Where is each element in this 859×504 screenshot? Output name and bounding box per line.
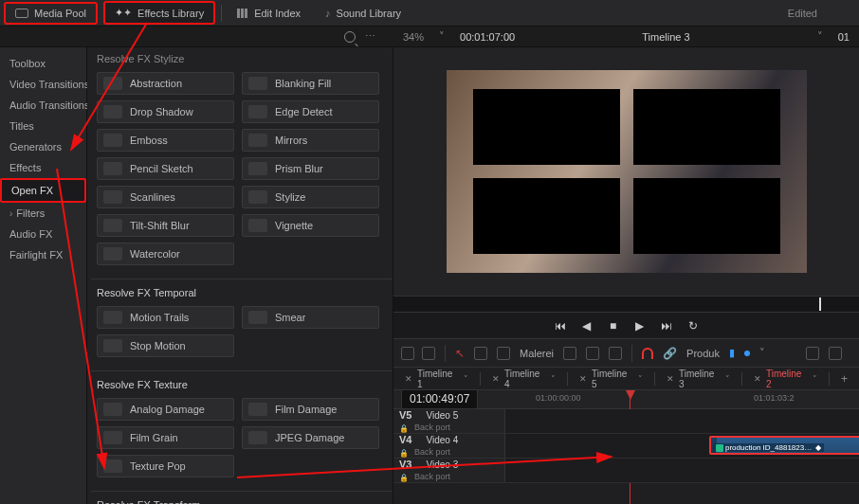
chevron-down-icon[interactable]: ˅ (759, 347, 765, 359)
view-icon[interactable] (401, 347, 414, 360)
first-frame-button[interactable]: ⏮ (554, 319, 567, 333)
link-icon[interactable]: 🔗 (663, 347, 677, 360)
fx-smear[interactable]: Smear (242, 306, 379, 329)
fx-jpeg-damage[interactable]: JPEG Damage (242, 426, 379, 449)
tool-icon[interactable] (806, 347, 819, 360)
tool-icon[interactable] (829, 347, 842, 360)
lock-icon[interactable] (399, 422, 409, 433)
lock-icon[interactable] (399, 471, 409, 482)
fx-prism-blur[interactable]: Prism Blur (242, 157, 379, 180)
toolbar-label: Malerei (520, 348, 554, 359)
close-icon[interactable]: ✕ (579, 374, 587, 384)
track-header[interactable]: V5 Video 5 Back port (393, 409, 505, 433)
blade-tool-icon[interactable] (497, 347, 510, 360)
overwrite-icon[interactable] (586, 347, 599, 360)
chevron-down-icon[interactable]: ˅ (817, 30, 823, 43)
fx-edge-detect[interactable]: Edge Detect (242, 100, 379, 123)
loop-button[interactable]: ↻ (686, 319, 700, 333)
tab-media-pool[interactable]: Media Pool (4, 2, 98, 25)
flag-icon[interactable]: ▮ (729, 347, 735, 359)
fx-stylize[interactable]: Stylize (242, 186, 379, 208)
replace-icon[interactable] (609, 347, 622, 360)
keyframe-icon[interactable]: ◆ (815, 443, 821, 452)
close-icon[interactable]: ✕ (667, 374, 674, 384)
next-frame-button[interactable]: ⏭ (660, 319, 673, 333)
prev-frame-button[interactable]: ◀ (580, 319, 594, 333)
fx-blanking-fill[interactable]: Blanking Fill (242, 72, 379, 95)
track-body[interactable]: production ID_4881823…◆ (505, 434, 859, 458)
timeline-ruler[interactable]: 01:00:49:07 01:00:00:00 01:01:03:2 (393, 390, 859, 409)
fx-film-grain[interactable]: Film Grain (97, 426, 234, 449)
chevron-down-icon[interactable]: ˅ (638, 374, 643, 384)
fx-film-damage[interactable]: Film Damage (242, 398, 379, 421)
fx-pencil-sketch[interactable]: Pencil Sketch (97, 157, 234, 180)
sidebar-item-video-transitions[interactable]: Video Transitions (0, 74, 86, 95)
fx-analog-damage[interactable]: Analog Damage (97, 398, 234, 421)
sidebar-item-titles[interactable]: Titles (0, 116, 86, 136)
close-icon[interactable]: ✕ (405, 374, 412, 384)
sidebar-item-open-fx[interactable]: Open FX (0, 178, 86, 203)
lock-icon[interactable] (399, 446, 409, 458)
divider (741, 372, 742, 386)
sidebar-item-effects[interactable]: Effects (0, 157, 86, 178)
track-body[interactable] (505, 459, 859, 482)
chevron-down-icon[interactable]: ˅ (439, 30, 445, 43)
more-icon[interactable]: ⋯ (365, 30, 376, 43)
sidebar-item-audio-fx[interactable]: Audio FX (0, 224, 86, 244)
fx-tilt-shift-blur[interactable]: Tilt-Shift Blur (97, 214, 234, 237)
track-header[interactable]: V3 Video 3 Back port (393, 459, 505, 482)
tab-edit-index[interactable]: Edit Index (228, 4, 310, 23)
tab-timeline-5[interactable]: ✕Timeline 5˅ (574, 366, 649, 392)
sidebar-item-filters[interactable]: Filters (0, 203, 86, 224)
close-icon[interactable]: ✕ (492, 374, 500, 384)
fx-texture-pop[interactable]: Texture Pop (97, 455, 234, 477)
marker-icon[interactable] (744, 351, 750, 356)
fx-vignette[interactable]: Vignette (242, 214, 379, 237)
search-icon[interactable] (344, 31, 356, 43)
add-tab-button[interactable]: + (835, 372, 853, 386)
fx-watercolor[interactable]: Watercolor (97, 243, 234, 265)
fx-scanlines[interactable]: Scanlines (97, 186, 234, 208)
sidebar-item-generators[interactable]: Generators (0, 136, 86, 157)
viewer-title[interactable]: Timeline 3 (530, 31, 802, 43)
play-button[interactable]: ▶ (633, 319, 647, 333)
view-icon[interactable] (422, 347, 435, 360)
chevron-down-icon[interactable]: ˅ (551, 374, 556, 384)
playhead-icon[interactable] (819, 297, 821, 311)
video-clip[interactable]: production ID_4881823…◆ (709, 436, 859, 455)
close-icon[interactable]: ✕ (754, 374, 761, 384)
fx-motion-trails[interactable]: Motion Trails (97, 306, 234, 329)
zoom-level[interactable]: 34% (403, 31, 424, 43)
fx-abstraction[interactable]: Abstraction (97, 72, 234, 95)
tracks: V5 Video 5 Back port V4 Video 4 Back por… (393, 409, 859, 483)
tab-sound-library[interactable]: ♪ Sound Library (316, 4, 411, 23)
chevron-down-icon[interactable]: ˅ (725, 374, 730, 384)
chevron-down-icon[interactable]: ˅ (813, 374, 817, 384)
tab-timeline-4[interactable]: ✕Timeline 4˅ (486, 366, 561, 392)
playhead-icon[interactable] (626, 390, 635, 400)
sidebar-item-toolbox[interactable]: Toolbox (0, 53, 86, 74)
fx-emboss[interactable]: Emboss (97, 129, 234, 152)
sidebar-item-fairlight-fx[interactable]: Fairlight FX (0, 244, 86, 265)
sidebar-item-audio-transitions[interactable]: Audio Transitions (0, 95, 86, 116)
tab-timeline-2[interactable]: ✕Timeline 2˅ (748, 366, 823, 392)
snap-icon[interactable] (642, 348, 653, 359)
fx-drop-shadow[interactable]: Drop Shadow (97, 100, 234, 123)
selection-tool-icon[interactable]: ↖ (455, 347, 465, 360)
tab-effects-library[interactable]: ✦ Effects Library (103, 1, 215, 25)
insert-icon[interactable] (563, 347, 576, 360)
trim-tool-icon[interactable] (474, 347, 487, 360)
stop-button[interactable]: ■ (607, 319, 620, 333)
track-body[interactable] (505, 409, 859, 433)
fx-thumb-icon (103, 77, 122, 90)
fx-mirrors[interactable]: Mirrors (242, 129, 379, 152)
fx-thumb-icon (103, 431, 122, 444)
track-header[interactable]: V4 Video 4 Back port (393, 434, 505, 458)
tab-timeline-1[interactable]: ✕Timeline 1˅ (399, 366, 474, 392)
tab-timeline-3[interactable]: ✕Timeline 3˅ (661, 366, 736, 392)
fx-stop-motion[interactable]: Stop Motion (97, 334, 234, 357)
viewer-scrubber[interactable] (393, 296, 859, 313)
fx-thumb-icon (248, 431, 267, 444)
effects-list: Resolve FX Stylize Abstraction Blanking … (87, 47, 393, 504)
chevron-down-icon[interactable]: ˅ (464, 374, 468, 384)
